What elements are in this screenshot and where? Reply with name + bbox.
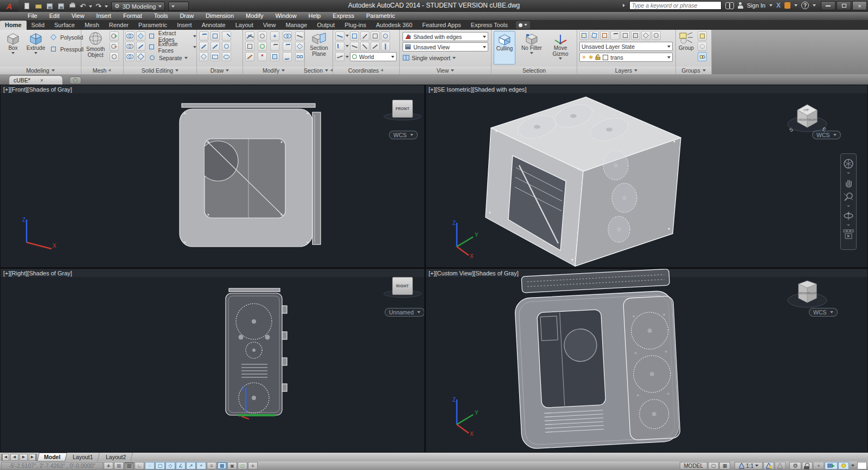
ucs-dropdown[interactable]: WCS — [809, 308, 838, 317]
modify-mirror-button[interactable] — [245, 42, 254, 51]
clean-screen-button[interactable] — [857, 462, 867, 469]
ucs-dropdown[interactable]: WCS — [389, 131, 418, 139]
draw-spline-button[interactable] — [199, 42, 208, 51]
lightbulb-on-icon[interactable]: ☀ — [582, 54, 586, 60]
modify-offset-button[interactable] — [283, 52, 292, 61]
mesh-refine-button[interactable] — [110, 52, 119, 61]
viewport-se-isometric[interactable]: [+][SE Isometric][Shaded with edges] S E… — [426, 85, 867, 267]
pan-hand-icon[interactable] — [843, 177, 854, 188]
ucs-previous-button[interactable] — [335, 42, 344, 51]
presspull-button[interactable]: Presspull — [49, 44, 84, 54]
coordinate-readout[interactable]: -5'-2.5107", 2'-7.4263" , 0'-0.0000" — [1, 462, 103, 469]
snap-mode-toggle[interactable]: ▦ — [114, 462, 124, 469]
panel-label-mesh[interactable]: Mesh — [81, 67, 123, 74]
ucs-x-button[interactable] — [360, 42, 369, 51]
ribbon-tab-plugins[interactable]: Plug-ins — [340, 21, 371, 30]
restore-button[interactable] — [837, 1, 851, 10]
group-selection-toggle-button[interactable] — [698, 52, 707, 61]
viewport-right[interactable]: [+][Right][Shades of Gray] — [1, 269, 424, 452]
intersect-button[interactable] — [125, 52, 135, 61]
menu-window[interactable]: Window — [269, 12, 302, 20]
quick-view-layouts-button[interactable]: ▢ — [708, 462, 719, 469]
undo-dropdown-icon[interactable] — [89, 5, 92, 8]
ucs-origin-button[interactable] — [360, 31, 369, 41]
draw-polygon-button[interactable] — [199, 52, 208, 61]
next-layout-button[interactable]: ▶ — [20, 454, 28, 461]
viewport-custom[interactable]: [+][Custom View][Shades of Gray] FRONT R… — [426, 269, 867, 452]
annotation-scale-button[interactable]: 1:1 — [735, 462, 763, 469]
first-layout-button[interactable]: ◀ — [1, 454, 9, 461]
draw-line-button[interactable] — [210, 42, 220, 51]
tab-layout1[interactable]: Layout1 — [66, 453, 100, 461]
ribbon-tab-output[interactable]: Output — [312, 21, 340, 30]
quick-properties-toggle[interactable]: ▣ — [227, 462, 237, 469]
object-snap-toggle[interactable]: ▢ — [155, 462, 165, 469]
prev-layout-button[interactable]: ◀ — [10, 454, 18, 461]
chevron-down-icon[interactable] — [346, 35, 349, 37]
extract-edges-button[interactable]: Extract Edges — [148, 31, 196, 41]
ribbon-tab-insert[interactable]: Insert — [172, 21, 197, 30]
redo-dropdown-icon[interactable] — [105, 5, 108, 8]
status-menu-icon[interactable] — [851, 465, 854, 467]
chevron-down-icon[interactable] — [847, 224, 850, 226]
ribbon-tab-express-tools[interactable]: Express Tools — [466, 21, 513, 30]
navigation-bar[interactable] — [840, 153, 857, 250]
ribbon-tab-parametric[interactable]: Parametric — [133, 21, 172, 30]
zoom-extents-icon[interactable] — [843, 191, 854, 202]
smooth-less-button[interactable]: − — [110, 42, 119, 51]
help-dropdown-icon[interactable] — [813, 4, 816, 7]
redo-icon[interactable]: ↷ — [95, 2, 101, 10]
panel-label-modify[interactable]: Modify — [243, 67, 304, 74]
chevron-down-icon[interactable] — [346, 56, 349, 58]
ucs-icon-toggle-button[interactable] — [335, 52, 344, 61]
slice-button[interactable] — [136, 31, 145, 41]
unlock-icon[interactable] — [595, 54, 601, 60]
infer-constraints-toggle[interactable]: + — [104, 462, 113, 469]
isolate-objects-button[interactable]: ● — [813, 462, 824, 469]
ucs-y-button[interactable] — [371, 42, 380, 51]
move-gizmo-button[interactable]: Move Gizmo — [547, 31, 574, 60]
search-icon[interactable] — [725, 2, 734, 9]
navigation-wheel-icon[interactable] — [843, 158, 854, 169]
draw-rectangle-button[interactable] — [210, 52, 220, 61]
panel-dialog-launcher-icon[interactable] — [381, 68, 385, 72]
ribbon-tab-autodesk360[interactable]: Autodesk 360 — [371, 21, 417, 30]
panel-label-coordinates[interactable]: Coordinates — [333, 67, 399, 74]
draw-revision-cloud-button[interactable] — [199, 31, 208, 41]
ribbon-tab-solid[interactable]: Solid — [27, 21, 49, 30]
menu-edit[interactable]: Edit — [43, 12, 66, 20]
collapse-search-icon[interactable] — [623, 4, 625, 7]
ucs-view-button[interactable] — [350, 31, 359, 41]
modify-explode-button[interactable]: * — [258, 52, 267, 61]
viewport-se-isometric-label[interactable]: [+][SE Isometric][Shaded with edges] — [429, 86, 527, 93]
performance-tuner-button[interactable] — [838, 462, 849, 469]
interfere-button[interactable] — [136, 42, 145, 51]
menu-modify[interactable]: Modify — [240, 12, 269, 20]
modify-fillet-button[interactable] — [283, 42, 292, 51]
exchange-apps-icon[interactable]: X — [776, 2, 781, 9]
ucs-dropdown[interactable]: WCS — [812, 131, 841, 139]
ribbon-tab-view[interactable]: View — [258, 21, 281, 30]
layer-combo[interactable]: ☀ ✺ trans — [579, 53, 673, 62]
panel-label-layers[interactable]: Layers — [577, 67, 675, 74]
ribbon-tab-layout[interactable]: Layout — [231, 21, 258, 30]
workspace-switcher[interactable]: ⚙ 3D Modeling — [111, 2, 165, 11]
modify-measure-button[interactable] — [295, 31, 304, 41]
viewcube-face[interactable]: RIGHT — [392, 277, 413, 295]
subtract-button[interactable] — [125, 42, 135, 51]
ucs-world-small-button[interactable] — [381, 31, 390, 41]
named-view-combo[interactable]: Unsaved View — [403, 42, 488, 51]
panel-dialog-launcher-icon[interactable] — [108, 68, 112, 72]
minimize-button[interactable] — [821, 1, 835, 10]
draw-ellipse-button[interactable] — [222, 52, 231, 61]
model-paper-toggle[interactable]: MODEL — [680, 462, 708, 469]
ribbon-tab-surface[interactable]: Surface — [49, 21, 80, 30]
viewport-custom-label[interactable]: [+][Custom View][Shades of Gray] — [429, 270, 519, 276]
open-file-icon[interactable] — [34, 2, 42, 10]
autoscale-button[interactable] — [775, 462, 786, 469]
union-button[interactable] — [125, 31, 135, 41]
polar-tracking-toggle[interactable]: ◌ — [145, 462, 155, 469]
ribbon-tab-annotate[interactable]: Annotate — [197, 21, 231, 30]
modify-array-button[interactable] — [295, 52, 304, 61]
save-as-icon[interactable] — [57, 2, 65, 10]
